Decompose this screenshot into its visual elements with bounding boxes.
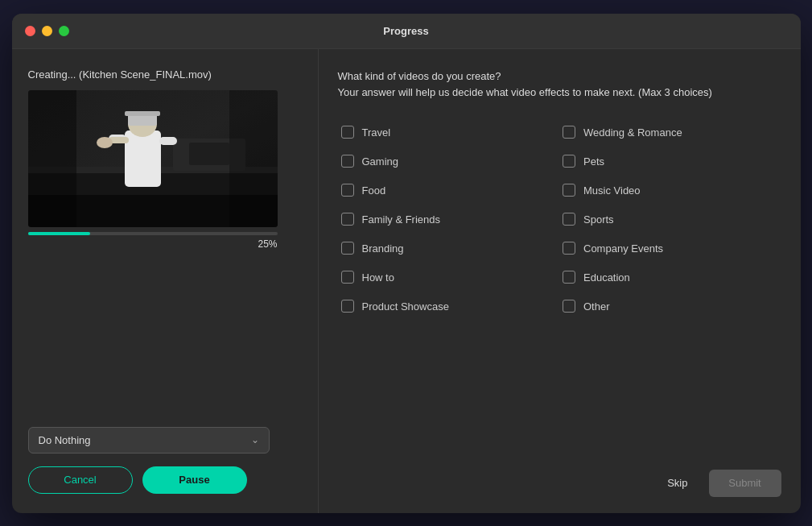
svg-rect-16	[28, 195, 278, 227]
video-preview	[28, 90, 278, 227]
checkbox-howto[interactable]	[341, 271, 354, 284]
svg-point-12	[97, 137, 113, 148]
skip-button[interactable]: Skip	[659, 472, 695, 494]
checkbox-music[interactable]	[563, 184, 575, 197]
label-education: Education	[583, 271, 630, 284]
question-line1: What kind of videos do you create?	[338, 70, 501, 82]
svg-rect-13	[159, 137, 177, 145]
checkbox-family[interactable]	[341, 213, 354, 226]
label-music: Music Video	[583, 184, 641, 197]
pause-button[interactable]: Pause	[142, 466, 247, 494]
creating-label: Creating... (Kitchen Scene_FINAL.mov)	[28, 68, 302, 81]
choices-left-column: Travel Gaming Food Family & Friends	[338, 118, 560, 459]
svg-rect-9	[125, 111, 160, 116]
svg-rect-5	[189, 143, 229, 165]
checkbox-pets[interactable]	[563, 155, 575, 168]
label-product: Product Showcase	[362, 300, 449, 313]
choices-right-column: Wedding & Romance Pets Music Video Sport…	[559, 118, 781, 459]
label-wedding: Wedding & Romance	[583, 126, 682, 139]
choice-wedding[interactable]: Wedding & Romance	[559, 118, 781, 147]
label-branding: Branding	[362, 242, 404, 255]
submit-button[interactable]: Submit	[709, 470, 781, 497]
choice-music[interactable]: Music Video	[559, 176, 781, 205]
choice-sports[interactable]: Sports	[559, 205, 781, 234]
dropdown-container: Do Nothing ⌄	[28, 427, 302, 454]
choice-education[interactable]: Education	[559, 263, 781, 292]
label-gaming: Gaming	[362, 155, 399, 168]
question-text: What kind of videos do you create? Your …	[338, 68, 781, 102]
label-travel: Travel	[362, 126, 391, 139]
close-button[interactable]	[25, 26, 35, 36]
window-body: Creating... (Kitchen Scene_FINAL.mov)	[12, 49, 801, 513]
progress-percent: 25%	[28, 238, 278, 250]
checkbox-other[interactable]	[563, 300, 575, 313]
right-panel: What kind of videos do you create? Your …	[318, 49, 801, 513]
label-pets: Pets	[583, 155, 604, 168]
choice-gaming[interactable]: Gaming	[338, 147, 560, 176]
maximize-button[interactable]	[59, 26, 69, 36]
main-window: Progress Creating... (Kitchen Scene_FINA…	[12, 14, 801, 513]
left-panel: Creating... (Kitchen Scene_FINAL.mov)	[12, 49, 318, 513]
checkbox-food[interactable]	[341, 184, 354, 197]
label-company: Company Events	[583, 242, 663, 255]
title-bar: Progress	[12, 14, 801, 49]
progress-bar-container	[28, 232, 278, 235]
window-title: Progress	[383, 25, 428, 37]
choices-grid: Travel Gaming Food Family & Friends	[338, 118, 781, 459]
checkbox-product[interactable]	[341, 300, 354, 313]
choice-travel[interactable]: Travel	[338, 118, 560, 147]
choice-other[interactable]: Other	[559, 292, 781, 321]
svg-rect-6	[125, 130, 161, 187]
chevron-down-icon: ⌄	[251, 434, 259, 445]
checkbox-sports[interactable]	[563, 213, 575, 226]
cancel-button[interactable]: Cancel	[28, 466, 133, 494]
choice-company[interactable]: Company Events	[559, 234, 781, 263]
bottom-buttons: Cancel Pause	[28, 466, 302, 494]
checkbox-company[interactable]	[563, 242, 575, 255]
video-thumbnail	[28, 90, 278, 227]
label-food: Food	[362, 184, 386, 197]
checkbox-education[interactable]	[563, 271, 575, 284]
checkbox-travel[interactable]	[341, 126, 354, 139]
label-family: Family & Friends	[362, 213, 441, 226]
do-nothing-dropdown[interactable]: Do Nothing ⌄	[28, 427, 270, 454]
label-howto: How to	[362, 271, 394, 284]
traffic-lights	[25, 26, 69, 36]
label-other: Other	[583, 300, 610, 313]
choice-product[interactable]: Product Showcase	[338, 292, 560, 321]
checkbox-wedding[interactable]	[563, 126, 575, 139]
minimize-button[interactable]	[42, 26, 52, 36]
checkbox-branding[interactable]	[341, 242, 354, 255]
choice-food[interactable]: Food	[338, 176, 560, 205]
choice-family[interactable]: Family & Friends	[338, 205, 560, 234]
progress-bar-fill	[28, 232, 91, 235]
choice-howto[interactable]: How to	[338, 263, 560, 292]
question-line2: Your answer will help us decide what vid…	[338, 86, 712, 98]
choice-branding[interactable]: Branding	[338, 234, 560, 263]
checkbox-gaming[interactable]	[341, 155, 354, 168]
bottom-actions: Skip Submit	[338, 460, 781, 497]
label-sports: Sports	[583, 213, 614, 226]
dropdown-value: Do Nothing	[39, 434, 91, 446]
choice-pets[interactable]: Pets	[559, 147, 781, 176]
